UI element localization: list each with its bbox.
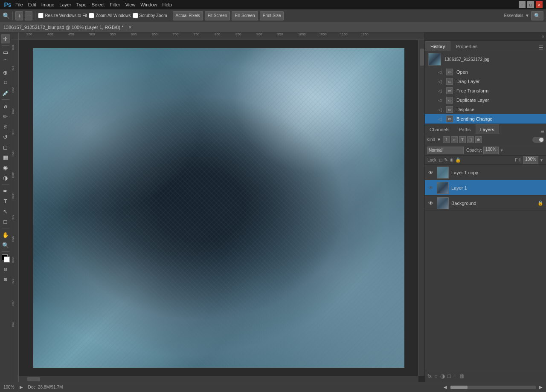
opacity-value[interactable]: 100%: [483, 147, 499, 154]
text-tool[interactable]: T: [1, 196, 10, 206]
new-fill-button[interactable]: ◑: [440, 373, 445, 379]
layer-row-layer1[interactable]: 👁 Layer 1: [425, 180, 546, 196]
layer-visibility-toggle[interactable]: 👁: [427, 184, 434, 191]
history-item-open[interactable]: ◁ ▭ Open: [425, 67, 546, 77]
window-controls[interactable]: − □ ×: [519, 1, 543, 8]
quick-select-tool[interactable]: ⊕: [1, 68, 10, 77]
menu-layer[interactable]: Layer: [59, 2, 71, 7]
history-item-duplicate-layer[interactable]: ◁ ▭ Duplicate Layer: [425, 95, 546, 105]
history-item-displace[interactable]: ◁ ▭ Displace: [425, 105, 546, 114]
print-size-button[interactable]: Print Size: [260, 11, 284, 20]
scrubby-zoom-checkbox[interactable]: [133, 13, 138, 18]
canvas-wrapper[interactable]: [19, 40, 418, 376]
document-tab-close[interactable]: ×: [128, 24, 131, 30]
new-layer-button[interactable]: +: [453, 373, 457, 379]
panel-collapse-button[interactable]: »: [425, 32, 546, 41]
zoom-level[interactable]: 100%: [3, 385, 15, 389]
brush-tool[interactable]: ✏: [1, 112, 10, 121]
menu-file[interactable]: File: [15, 2, 23, 7]
quick-mask-button[interactable]: ⊡: [1, 265, 10, 274]
menu-edit[interactable]: Edit: [28, 2, 36, 7]
history-item-blending-change[interactable]: ◁ ▭ Blending Change: [425, 114, 546, 124]
shape-tool[interactable]: □: [1, 217, 10, 226]
maximize-button[interactable]: □: [527, 1, 534, 8]
blur-tool[interactable]: ◉: [1, 163, 10, 172]
zoom-tool-icon[interactable]: 🔍: [3, 12, 10, 19]
status-scroll-left[interactable]: ◀: [444, 385, 447, 389]
eyedropper-tool[interactable]: 💉: [1, 88, 10, 98]
menu-window[interactable]: Window: [140, 2, 157, 7]
filter-toggle[interactable]: [532, 137, 544, 143]
essentials-dropdown-icon[interactable]: ▼: [525, 13, 529, 18]
resize-windows-checkbox[interactable]: [38, 13, 44, 18]
menu-type[interactable]: Type: [76, 2, 87, 7]
marquee-tool[interactable]: ▭: [1, 47, 10, 57]
opacity-dropdown-icon[interactable]: ▼: [500, 148, 504, 153]
zoom-all-windows-checkbox[interactable]: [89, 13, 94, 18]
actual-pixels-button[interactable]: Actual Pixels: [173, 11, 203, 20]
tab-paths[interactable]: Paths: [454, 124, 475, 134]
layer-panel-menu-icon[interactable]: ☰: [540, 129, 544, 134]
canvas-image[interactable]: [33, 48, 404, 368]
horizontal-scrollbar[interactable]: [19, 376, 418, 382]
lock-image-icon[interactable]: ✎: [444, 157, 448, 163]
document-tab-title[interactable]: 1386157_91252172_blur.psd @ 100% (Layer …: [3, 25, 123, 30]
scrubby-zoom-check[interactable]: Scrubby Zoom: [133, 13, 167, 18]
lock-transparent-icon[interactable]: □: [439, 158, 442, 163]
horizontal-scroll-thumb[interactable]: [450, 386, 468, 389]
add-mask-button[interactable]: ○: [434, 373, 438, 379]
close-button[interactable]: ×: [536, 1, 543, 8]
panel-menu-icon[interactable]: ☰: [539, 45, 543, 51]
add-fx-button[interactable]: fx: [427, 373, 432, 379]
healing-tool[interactable]: ⌀: [1, 101, 10, 111]
layer-row-layer1-copy[interactable]: 👁 Layer 1 copy: [425, 165, 546, 180]
delete-layer-button[interactable]: 🗑: [459, 373, 465, 379]
resize-windows-check[interactable]: Resize Windows to Fit: [38, 13, 87, 18]
tab-properties[interactable]: Properties: [450, 41, 483, 51]
crop-tool[interactable]: ⌗: [1, 78, 10, 87]
fill-dropdown-icon[interactable]: ▼: [540, 158, 543, 162]
layer-visibility-toggle[interactable]: 👁: [427, 169, 434, 176]
menu-image[interactable]: Image: [41, 2, 55, 7]
hscroll-thumb[interactable]: [27, 377, 40, 381]
filter-shape-icon[interactable]: ⬚: [467, 136, 474, 143]
fit-screen-button[interactable]: Fit Screen: [205, 11, 230, 20]
tab-history[interactable]: History: [425, 41, 450, 51]
zoom-tool[interactable]: 🔍: [1, 240, 10, 250]
fill-screen-button[interactable]: Fill Screen: [232, 11, 258, 20]
lock-position-icon[interactable]: ⊕: [450, 157, 453, 163]
gradient-tool[interactable]: ▦: [1, 153, 10, 162]
horizontal-scroll-track[interactable]: [450, 386, 536, 389]
screen-mode-button[interactable]: ⊞: [1, 275, 10, 284]
move-tool[interactable]: ✛: [1, 34, 10, 43]
canvas-area[interactable]: 350 400 450 500 550 600 650 700 750 800 …: [11, 32, 424, 382]
filter-adjustment-icon[interactable]: ○: [451, 136, 458, 143]
hand-tool[interactable]: ✋: [1, 230, 10, 239]
pen-tool[interactable]: ✒: [1, 186, 10, 196]
search-button[interactable]: 🔍: [531, 11, 543, 20]
dodge-tool[interactable]: ◑: [1, 173, 10, 182]
new-group-button[interactable]: □: [447, 373, 451, 379]
vscroll-thumb[interactable]: [420, 49, 424, 66]
history-item-free-transform[interactable]: ◁ ▭ Free Transform: [425, 86, 546, 95]
zoom-in-button[interactable]: +: [15, 11, 23, 20]
tab-channels[interactable]: Channels: [425, 124, 454, 134]
filter-smart-icon[interactable]: ⊕: [475, 136, 482, 143]
minimize-button[interactable]: −: [519, 1, 526, 8]
path-select-tool[interactable]: ↖: [1, 207, 10, 216]
eraser-tool[interactable]: ◻: [1, 142, 10, 152]
fill-value[interactable]: 100%: [523, 156, 538, 164]
menu-view[interactable]: View: [125, 2, 136, 7]
history-brush-tool[interactable]: ↺: [1, 132, 10, 141]
tab-layers[interactable]: Layers: [476, 124, 499, 134]
vertical-scrollbar[interactable]: [418, 40, 424, 376]
status-scroll-right[interactable]: ▶: [539, 385, 543, 389]
filter-pixel-icon[interactable]: f: [443, 136, 450, 143]
menu-select[interactable]: Select: [92, 2, 105, 7]
filter-kind-dropdown[interactable]: ▼: [437, 137, 441, 142]
foreground-color[interactable]: [1, 254, 10, 263]
layer-row-background[interactable]: 👁 Background 🔒: [425, 196, 546, 211]
clone-stamp-tool[interactable]: ⎘: [1, 122, 10, 131]
lock-all-icon[interactable]: 🔒: [455, 157, 461, 163]
layer-visibility-toggle[interactable]: 👁: [427, 200, 434, 207]
